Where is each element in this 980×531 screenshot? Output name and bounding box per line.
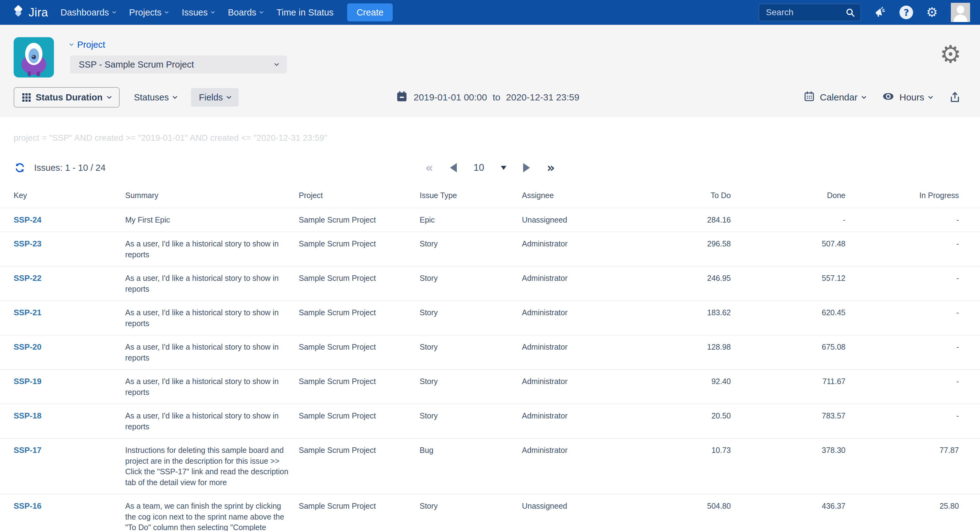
cell-issue-type: Story — [420, 301, 522, 335]
next-page-button[interactable] — [523, 163, 530, 172]
cell-issue-type: Bug — [420, 439, 522, 494]
export-icon[interactable] — [948, 91, 961, 104]
last-page-button[interactable] — [547, 162, 555, 174]
user-avatar[interactable] — [951, 3, 970, 22]
avatar-silhouette — [954, 14, 967, 22]
cell-todo: 284.16 — [646, 208, 733, 232]
cell-done: 711.67 — [733, 370, 847, 404]
cell-todo: 20.50 — [646, 404, 733, 438]
date-to: 2020-12-31 23:59 — [506, 92, 579, 103]
cell-issue-type: Story — [420, 267, 522, 300]
issue-key-link[interactable]: SSP-20 — [14, 342, 41, 351]
chevron-down-icon — [274, 61, 279, 66]
cell-summary: As a user, I'd like a historical story t… — [125, 404, 299, 438]
issue-key-link[interactable]: SSP-16 — [14, 501, 41, 510]
avatar-silhouette — [957, 6, 964, 14]
cell-in-progress: - — [847, 267, 961, 300]
issue-key-link[interactable]: SSP-19 — [14, 377, 41, 386]
pagination: 10 — [425, 162, 555, 174]
page-size-dropdown[interactable] — [501, 166, 506, 170]
cell-summary: As a user, I'd like a historical story t… — [125, 232, 299, 266]
project-select[interactable]: SSP - Sample Scrum Project — [70, 56, 287, 73]
date-range-picker[interactable]: 2019-01-01 00:00 to 2020-12-31 23:59 — [396, 90, 579, 105]
hours-menu[interactable]: Hours — [882, 90, 932, 105]
settings-icon[interactable] — [926, 6, 938, 19]
cell-project: Sample Scrum Project — [299, 404, 420, 438]
issue-key-link[interactable]: SSP-21 — [14, 308, 41, 317]
search-icon[interactable] — [845, 8, 856, 19]
report-settings-gear-icon[interactable] — [940, 42, 961, 66]
cell-summary: As a user, I'd like a historical story t… — [125, 370, 299, 404]
nav-item-label: Issues — [181, 8, 208, 17]
cell-in-progress: - — [847, 301, 961, 335]
issue-key-link[interactable]: SSP-23 — [14, 239, 41, 248]
previous-page-button[interactable] — [450, 163, 457, 172]
chevron-down-icon — [165, 10, 169, 14]
cell-todo: 183.62 — [646, 301, 733, 335]
project-header-band: Project SSP - Sample Scrum Project Statu… — [0, 25, 980, 117]
column-header-key[interactable]: Key — [14, 190, 125, 201]
cell-project: Sample Scrum Project — [299, 439, 420, 494]
cell-summary: As a team, we can finish the sprint by c… — [125, 494, 299, 531]
project-section-toggle[interactable]: Project — [70, 40, 287, 50]
chevron-down-icon — [928, 94, 933, 99]
cell-todo: 10.73 — [646, 439, 733, 494]
cell-issue-type: Story — [420, 494, 522, 531]
calendar-menu[interactable]: Calendar — [803, 91, 865, 105]
nav-item-issues[interactable]: Issues — [181, 8, 214, 17]
triangle-left-icon — [450, 163, 457, 172]
nav-item-label: Projects — [129, 8, 162, 17]
refresh-icon[interactable] — [14, 162, 26, 174]
cell-assignee: Administrator — [522, 232, 646, 266]
nav-item-dashboards[interactable]: Dashboards — [60, 8, 115, 17]
cell-assignee: Administrator — [522, 267, 646, 300]
issue-key-link[interactable]: SSP-24 — [14, 215, 41, 224]
nav-item-label: Time in Status — [277, 8, 334, 17]
report-type-button[interactable]: Status Duration — [14, 87, 119, 108]
jira-logo-icon — [11, 5, 25, 20]
cell-done: 436.37 — [733, 494, 847, 531]
issue-key-link[interactable]: SSP-22 — [14, 273, 41, 283]
top-nav: Jira Dashboards Projects Issues Boards — [0, 0, 980, 25]
page-size-value: 10 — [474, 162, 484, 173]
nav-item-boards[interactable]: Boards — [228, 8, 263, 17]
cell-in-progress: 25.80 — [847, 494, 961, 531]
cell-summary: Instructions for deleting this sample bo… — [125, 439, 299, 494]
column-header-project[interactable]: Project — [299, 190, 420, 201]
hours-label: Hours — [899, 92, 924, 103]
cell-project: Sample Scrum Project — [299, 335, 420, 369]
column-header-issue-type[interactable]: Issue Type — [420, 190, 522, 201]
chevron-down-icon — [112, 10, 116, 14]
report-toolbar: Status Duration Statuses Fields — [14, 86, 961, 108]
cell-assignee: Administrator — [522, 370, 646, 404]
announcements-icon[interactable] — [874, 6, 886, 19]
calendar-label: Calendar — [820, 92, 858, 103]
cell-in-progress: - — [847, 404, 961, 438]
column-header-summary[interactable]: Summary — [125, 190, 299, 201]
nav-item-time-in-status[interactable]: Time in Status — [277, 8, 334, 17]
column-header-todo[interactable]: To Do — [646, 190, 733, 201]
table-row: SSP-19 As a user, I'd like a historical … — [0, 369, 980, 404]
column-header-done[interactable]: Done — [733, 190, 847, 201]
date-from: 2019-01-01 00:00 — [414, 92, 487, 103]
statuses-button[interactable]: Statuses — [134, 92, 177, 103]
create-button[interactable]: Create — [347, 3, 393, 21]
help-icon[interactable] — [899, 6, 913, 19]
first-page-button[interactable] — [425, 162, 433, 174]
cell-todo: 504.80 — [646, 494, 733, 531]
column-header-in-progress[interactable]: In Progress — [847, 190, 961, 201]
issue-key-link[interactable]: SSP-18 — [14, 411, 41, 420]
grid-icon — [22, 93, 31, 102]
column-header-assignee[interactable]: Assignee — [522, 190, 646, 201]
nav-item-label: Boards — [228, 8, 256, 17]
fields-button[interactable]: Fields — [191, 88, 239, 107]
cell-done: 620.45 — [733, 301, 847, 335]
nav-item-projects[interactable]: Projects — [129, 8, 168, 17]
results-bar: Issues: 1 - 10 / 24 10 — [0, 157, 980, 179]
issue-key-link[interactable]: SSP-17 — [14, 445, 41, 455]
cell-assignee: Unassigneed — [522, 494, 646, 531]
jira-logo[interactable]: Jira — [11, 5, 48, 20]
cell-project: Sample Scrum Project — [299, 370, 420, 404]
table-row: SSP-17 Instructions for deleting this sa… — [0, 438, 980, 494]
table-row: SSP-22 As a user, I'd like a historical … — [0, 266, 980, 300]
